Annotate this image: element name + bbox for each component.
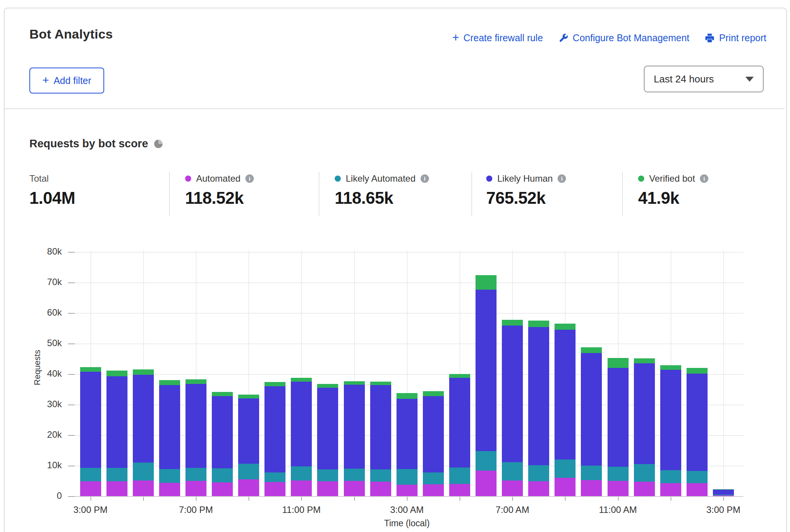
bar-segment-likely-human bbox=[687, 374, 708, 471]
bar-segment-verified-bot bbox=[581, 347, 602, 353]
bar-11-00-pm[interactable] bbox=[291, 378, 312, 496]
y-tick-label: 70k bbox=[20, 277, 62, 287]
bar-3-00-pm[interactable] bbox=[713, 489, 734, 496]
bar-segment-likely-automated bbox=[106, 468, 127, 481]
bar-9-00-pm[interactable] bbox=[238, 395, 259, 496]
bar-segment-likely-automated bbox=[238, 464, 259, 479]
bar-segment-likely-human bbox=[502, 326, 523, 462]
bar-12-00-am[interactable] bbox=[317, 384, 338, 496]
bar-3-00-pm[interactable] bbox=[80, 367, 101, 496]
y-tick-label: 0 bbox=[20, 490, 62, 501]
bar-segment-automated bbox=[185, 481, 206, 496]
bar-segment-verified-bot bbox=[528, 321, 549, 327]
bar-segment-likely-automated bbox=[344, 469, 365, 481]
bar-5-00-pm[interactable] bbox=[133, 369, 154, 496]
bar-segment-likely-automated bbox=[397, 469, 418, 485]
x-tick-label: 3:00 PM bbox=[693, 505, 754, 515]
y-tick-label: 10k bbox=[20, 460, 62, 471]
bar-segment-verified-bot bbox=[238, 395, 259, 398]
bar-7-00-am[interactable] bbox=[502, 320, 523, 496]
bar-segment-likely-human bbox=[449, 378, 470, 467]
bar-segment-verified-bot bbox=[264, 382, 285, 386]
bar-segment-verified-bot bbox=[555, 324, 576, 330]
bar-5-00-am[interactable] bbox=[449, 374, 470, 496]
bar-segment-automated bbox=[397, 485, 418, 496]
bar-segment-verified-bot bbox=[397, 393, 418, 399]
bar-segment-automated bbox=[581, 480, 602, 496]
bar-4-00-pm[interactable] bbox=[106, 371, 127, 496]
bar-segment-likely-human bbox=[713, 489, 734, 495]
bar-segment-verified-bot bbox=[502, 320, 523, 326]
bar-8-00-pm[interactable] bbox=[212, 392, 233, 496]
y-axis-tick bbox=[68, 252, 75, 253]
bar-segment-automated bbox=[238, 479, 259, 496]
bar-segment-likely-human bbox=[185, 384, 206, 468]
bar-segment-verified-bot bbox=[106, 371, 127, 376]
bar-segment-verified-bot bbox=[133, 369, 154, 375]
grid-line-y bbox=[75, 282, 743, 283]
y-tick-label: 80k bbox=[20, 246, 62, 257]
bar-segment-verified-bot bbox=[660, 365, 681, 370]
bar-segment-likely-human bbox=[291, 382, 312, 466]
y-axis-tick bbox=[68, 282, 75, 283]
bar-segment-verified-bot bbox=[212, 392, 233, 396]
x-tick-label: 7:00 PM bbox=[165, 505, 226, 515]
bar-segment-automated bbox=[608, 481, 629, 496]
bar-segment-likely-human bbox=[212, 396, 233, 468]
bar-segment-likely-automated bbox=[608, 467, 629, 481]
bar-segment-verified-bot bbox=[291, 378, 312, 382]
bar-segment-likely-human bbox=[344, 385, 365, 469]
bar-segment-likely-automated bbox=[133, 463, 154, 480]
analytics-card: Bot Analytics + Create firewall rule Con… bbox=[4, 8, 787, 532]
y-axis-tick bbox=[68, 496, 75, 497]
bar-segment-likely-human bbox=[476, 290, 497, 451]
bar-segment-likely-automated bbox=[687, 471, 708, 483]
bar-12-00-pm[interactable] bbox=[634, 358, 655, 496]
bar-segment-verified-bot bbox=[344, 381, 365, 385]
bar-segment-verified-bot bbox=[423, 391, 444, 396]
grid-line-y bbox=[75, 343, 743, 344]
y-tick-label: 60k bbox=[20, 307, 62, 318]
bar-4-00-am[interactable] bbox=[423, 391, 444, 496]
bar-2-00-pm[interactable] bbox=[687, 368, 708, 496]
bar-10-00-am[interactable] bbox=[581, 347, 602, 496]
bar-segment-likely-human bbox=[317, 388, 338, 469]
bar-segment-likely-human bbox=[80, 372, 101, 468]
grid-line-x bbox=[723, 250, 724, 496]
x-tick-label: 11:00 PM bbox=[271, 505, 332, 515]
x-tick-label: 11:00 AM bbox=[587, 505, 648, 515]
bar-3-00-am[interactable] bbox=[397, 393, 418, 496]
bar-segment-likely-automated bbox=[476, 451, 497, 470]
bar-9-00-am[interactable] bbox=[555, 324, 576, 496]
bar-segment-likely-human bbox=[555, 330, 576, 459]
bar-segment-verified-bot bbox=[476, 275, 497, 290]
bar-segment-verified-bot bbox=[317, 384, 338, 388]
bar-segment-automated bbox=[634, 482, 655, 496]
bar-1-00-pm[interactable] bbox=[660, 365, 681, 496]
bar-segment-verified-bot bbox=[80, 367, 101, 372]
bar-6-00-am[interactable] bbox=[476, 275, 497, 496]
bar-2-00-am[interactable] bbox=[370, 382, 391, 496]
bar-segment-automated bbox=[423, 484, 444, 496]
bot-analytics-page: Bot Analytics + Create firewall rule Con… bbox=[0, 0, 790, 532]
bar-segment-likely-automated bbox=[528, 465, 549, 481]
bar-segment-likely-automated bbox=[80, 468, 101, 481]
bar-8-00-am[interactable] bbox=[528, 321, 549, 496]
bar-segment-likely-human bbox=[660, 370, 681, 470]
grid-line-y bbox=[75, 496, 743, 497]
grid-line-y bbox=[75, 313, 743, 314]
bar-6-00-pm[interactable] bbox=[159, 380, 180, 496]
y-axis-title: Requests bbox=[32, 329, 42, 406]
bar-segment-likely-human bbox=[397, 399, 418, 469]
bar-7-00-pm[interactable] bbox=[185, 379, 206, 496]
bar-segment-automated bbox=[317, 481, 338, 496]
bar-11-00-am[interactable] bbox=[608, 358, 629, 496]
bar-1-00-am[interactable] bbox=[344, 381, 365, 496]
bar-segment-likely-automated bbox=[449, 468, 470, 484]
bar-segment-likely-automated bbox=[317, 469, 338, 481]
y-axis-tick bbox=[68, 313, 75, 314]
bar-segment-verified-bot bbox=[634, 358, 655, 363]
y-tick-label: 20k bbox=[20, 429, 62, 440]
bar-segment-verified-bot bbox=[608, 358, 629, 368]
bar-10-00-pm[interactable] bbox=[264, 382, 285, 496]
